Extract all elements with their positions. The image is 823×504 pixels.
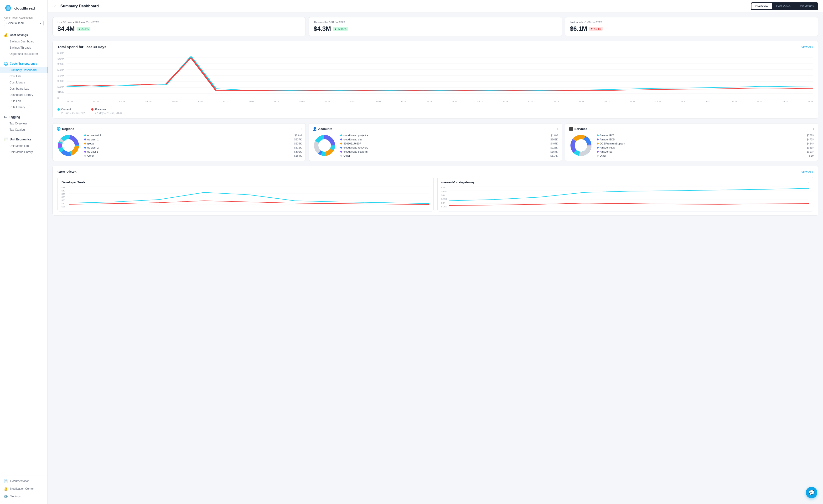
cost-views-grid: Developer Tools › $45$40$35$30$25$20$15 — [57, 177, 813, 211]
metric-card-lastmonth: Last month • 1-30 Jun 2023 $6.1M ▼ 4.94% — [565, 17, 818, 36]
sidebar-section-header-cost-savings[interactable]: 💰 Cost Savings — [0, 32, 47, 38]
legend-item: global $635K — [84, 142, 302, 145]
previous-dot — [91, 108, 94, 111]
metric-card-last30-value: $4.4M ▲ 26.8% — [57, 25, 301, 32]
sidebar-item-tag-overview[interactable]: Tag Overview — [0, 120, 47, 127]
legend-previous-sub: 27 May – 25 Jun, 2023 — [91, 112, 122, 115]
page-title: Summary Dashboard — [60, 4, 748, 8]
legend-item: cloudthread-platform $157K — [340, 150, 558, 153]
total-spend-view-all[interactable]: View All › — [801, 45, 813, 49]
sidebar-section-label-cost-savings: Cost Savings — [10, 33, 28, 37]
unit-economics-icon: 📊 — [4, 138, 8, 141]
tab-overview[interactable]: Overview — [752, 3, 772, 9]
tagging-icon: 🏷 — [4, 115, 7, 119]
cost-views-title: Cost Views — [57, 170, 76, 174]
topbar: ‹ Summary Dashboard Overview Cost Views … — [48, 0, 823, 12]
metric-card-last30-badge: ▲ 26.8% — [76, 27, 90, 31]
tab-cost-views[interactable]: Cost Views — [773, 3, 794, 9]
sidebar-item-savings-threads[interactable]: Savings Threads — [0, 44, 47, 51]
sidebar-section-header-tagging[interactable]: 🏷 Tagging — [0, 114, 47, 120]
legend-item: AmazonEC2 $778K — [597, 134, 814, 137]
cost-views-section: Cost Views View All › Developer Tools › … — [52, 166, 818, 215]
current-dot — [57, 108, 60, 111]
sidebar-item-rule-library[interactable]: Rule Library — [0, 104, 47, 110]
metric-cards-row: Last 30 days • 26 Jun – 25 Jul 2023 $4.4… — [52, 17, 818, 36]
sidebar-item-documentation[interactable]: 📄 Documentation — [0, 477, 47, 485]
accounts-donut-chart — [313, 134, 336, 157]
legend-current-sub: 26 Jun – 25 Jul, 2023 — [57, 112, 86, 115]
chevron-down-icon: ▾ — [40, 22, 41, 25]
regions-title: 🌐 Regions — [56, 127, 74, 131]
nat-gateway-arrow[interactable]: › — [808, 180, 809, 184]
sidebar-item-settings[interactable]: ⚙️ Settings — [0, 493, 47, 500]
metric-card-thismonth: This month • 1-31 Jul 2023 $4.3M ▲ 32.06… — [309, 17, 562, 36]
team-select-dropdown[interactable]: Select a Team ▾ — [4, 20, 44, 26]
sidebar-section-cost-savings: 💰 Cost Savings Savings Dashboard Savings… — [0, 29, 47, 58]
sidebar-item-savings-dashboard[interactable]: Savings Dashboard — [0, 38, 47, 44]
sidebar-item-cost-library[interactable]: Cost Library — [0, 79, 47, 86]
legend-current-label: Current — [61, 108, 71, 111]
notification-icon: 🔔 — [4, 487, 8, 491]
chat-fab-icon: 💬 — [809, 490, 815, 495]
services-legend: AmazonEC2 $778K AmazonECS $472K OCBPremi… — [597, 134, 814, 157]
documentation-icon: 📄 — [4, 479, 8, 483]
chart-x-labels: Jun 26Jun 27Jun 28Jun 29Jun 30 Jul 01Jul… — [66, 101, 813, 103]
total-spend-chart-section: Total Spend for Last 30 Days View All › … — [52, 41, 818, 119]
sidebar-item-cost-lab[interactable]: Cost Lab — [0, 73, 47, 79]
sidebar-item-dashboard-lab[interactable]: Dashboard Lab — [0, 86, 47, 92]
services-arrow[interactable]: › — [813, 127, 814, 131]
accounts-title: 👤 Accounts — [313, 127, 332, 131]
legend-item: 536909176607 $407K — [340, 142, 558, 145]
documentation-label: Documentation — [10, 479, 30, 483]
legend-item: us-east-1 $301K — [84, 150, 302, 153]
legend-item-current: Current 26 Jun – 25 Jul, 2023 — [57, 108, 86, 115]
main-content: ‹ Summary Dashboard Overview Cost Views … — [48, 0, 823, 504]
cost-view-card-developer-tools: Developer Tools › $45$40$35$30$25$20$15 — [57, 177, 434, 211]
metric-card-lastmonth-value: $6.1M ▼ 4.94% — [570, 25, 813, 32]
total-spend-section-header: Total Spend for Last 30 Days View All › — [57, 45, 813, 49]
sidebar-item-rule-lab[interactable]: Rule Lab — [0, 98, 47, 104]
sidebar-collapse-button[interactable]: ‹ — [52, 3, 57, 9]
sidebar-item-summary-dashboard[interactable]: Summary Dashboard — [0, 67, 47, 73]
chat-fab-button[interactable]: 💬 — [806, 487, 817, 498]
legend-item: OCBPremiumSupport $424K — [597, 142, 814, 145]
total-spend-chart — [66, 52, 813, 100]
metric-card-last30: Last 30 days • 26 Jun – 25 Jul 2023 $4.4… — [52, 17, 306, 36]
sidebar-section-tagging: 🏷 Tagging Tag Overview Tag Catalog — [0, 111, 47, 134]
sidebar-item-dashboard-library[interactable]: Dashboard Library — [0, 92, 47, 98]
sidebar-section-costs-transparency: 🌐 Costs Transparency Summary Dashboard C… — [0, 58, 47, 111]
accounts-legend: cloudthread-project-x $1.8M cloudthread-… — [340, 134, 558, 157]
developer-tools-chart — [69, 186, 430, 208]
developer-tools-arrow[interactable]: › — [428, 180, 430, 184]
legend-item: us-west-2 $532K — [84, 146, 302, 149]
metric-card-lastmonth-label: Last month • 1-30 Jun 2023 — [570, 21, 813, 24]
notification-center-label: Notification Center — [10, 487, 34, 490]
sidebar-item-unit-metric-library[interactable]: Unit Metric Library — [0, 149, 47, 155]
regions-arrow[interactable]: › — [301, 127, 302, 131]
sidebar-section-header-unit-economics[interactable]: 📊 Unit Economics — [0, 136, 47, 143]
sidebar: cloudthread Admin Team Assumption Select… — [0, 0, 48, 504]
nat-gateway-chart — [449, 186, 809, 208]
tab-unit-metrics[interactable]: Unit Metrics — [795, 3, 818, 9]
sidebar-item-notification-center[interactable]: 🔔 Notification Center — [0, 485, 47, 493]
accounts-arrow[interactable]: › — [557, 127, 558, 131]
topbar-tabs: Overview Cost Views Unit Metrics — [751, 2, 818, 10]
svg-point-31 — [575, 139, 587, 152]
sidebar-item-opportunities-explorer[interactable]: Opportunities Explorer — [0, 51, 47, 57]
regions-icon: 🌐 — [56, 127, 60, 131]
cost-views-view-all[interactable]: View All › — [801, 170, 813, 174]
sidebar-section-header-costs-transparency[interactable]: 🌐 Costs Transparency — [0, 60, 47, 67]
donut-card-regions: 🌐 Regions › — [52, 123, 306, 161]
content-area: Last 30 days • 26 Jun – 25 Jul 2023 $4.4… — [48, 12, 823, 504]
legend-item: Other $514K — [340, 154, 558, 157]
legend-item: AmazonECS $472K — [597, 138, 814, 141]
metric-card-thismonth-badge: ▲ 32.06% — [333, 27, 348, 31]
legend-item: cloudthread-recovery $226K — [340, 146, 558, 149]
costs-transparency-icon: 🌐 — [4, 62, 8, 65]
sidebar-item-unit-metric-lab[interactable]: Unit Metric Lab — [0, 143, 47, 149]
svg-point-24 — [318, 139, 331, 152]
legend-item: Other $1M — [597, 154, 814, 157]
svg-point-17 — [62, 139, 74, 152]
regions-legend: eu-central-1 $2.6M us-west-1 $937K globa… — [84, 134, 302, 157]
sidebar-item-tag-catalog[interactable]: Tag Catalog — [0, 127, 47, 133]
